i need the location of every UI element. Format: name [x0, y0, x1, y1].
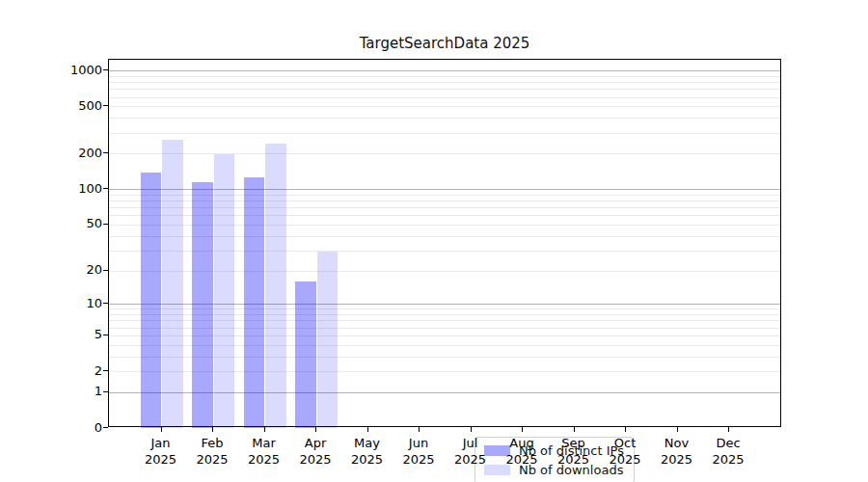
bar-jan-2025-nb-of-distinct-ips	[141, 173, 162, 428]
gridline-400	[109, 118, 780, 119]
y-tick-label-1000: 1000	[0, 64, 102, 76]
y-tick-mark	[103, 270, 108, 271]
gridline-700	[109, 89, 780, 90]
y-tick-mark	[103, 69, 108, 70]
x-tick-mark	[677, 427, 678, 432]
gridline-900	[109, 76, 780, 77]
x-tick-mark	[728, 427, 729, 432]
x-tick-mark	[315, 427, 316, 432]
bar-apr-2025-nb-of-downloads	[317, 252, 339, 428]
bar-mar-2025-nb-of-downloads	[265, 144, 286, 428]
y-tick-label-5: 5	[0, 328, 102, 340]
gridline-600	[109, 97, 780, 98]
bar-feb-2025-nb-of-downloads	[214, 154, 235, 428]
y-tick-label-500: 500	[0, 99, 102, 112]
y-tick-mark	[103, 335, 108, 335]
y-tick-label-2: 2	[0, 364, 102, 377]
y-tick-mark	[103, 427, 108, 428]
x-tick-mark	[212, 427, 213, 432]
gridline-300	[109, 133, 780, 134]
x-tick-mark	[264, 427, 265, 432]
x-tick-mark	[574, 427, 575, 432]
x-tick-mark	[522, 427, 523, 432]
bar-apr-2025-nb-of-distinct-ips	[295, 281, 316, 428]
y-tick-mark	[103, 152, 108, 153]
y-tick-label-200: 200	[0, 147, 102, 159]
y-tick-mark	[103, 391, 108, 392]
bar-feb-2025-nb-of-distinct-ips	[192, 182, 213, 428]
y-tick-label-100: 100	[0, 182, 102, 195]
x-tick-mark	[625, 427, 626, 432]
gridline-1000	[109, 70, 780, 71]
x-tick-mark	[367, 427, 368, 432]
chart-title: TargetSearchData 2025	[108, 35, 781, 52]
y-tick-label-0: 0	[0, 421, 102, 434]
chart-figure: TargetSearchData 2025 Nb of distinct IPs…	[0, 0, 868, 482]
y-tick-mark	[103, 370, 108, 371]
x-tick-mark	[471, 427, 472, 432]
y-tick-mark	[103, 224, 108, 225]
x-tick-mark	[161, 427, 162, 432]
gridline-200	[109, 153, 780, 154]
y-tick-mark	[103, 303, 108, 304]
bar-mar-2025-nb-of-distinct-ips	[244, 177, 265, 429]
y-tick-label-1: 1	[0, 385, 102, 397]
y-tick-mark	[103, 105, 108, 106]
y-tick-label-20: 20	[0, 263, 102, 276]
gridline-800	[109, 82, 780, 83]
y-tick-mark	[103, 188, 108, 189]
x-tick-label-dec: Dec 2025	[697, 435, 759, 468]
bar-jan-2025-nb-of-downloads	[162, 140, 183, 428]
x-tick-mark	[419, 427, 420, 432]
gridline-500	[109, 106, 780, 107]
plot-area: Nb of distinct IPs Nb of downloads	[108, 59, 781, 427]
y-tick-label-10: 10	[0, 297, 102, 309]
y-tick-label-50: 50	[0, 217, 102, 229]
